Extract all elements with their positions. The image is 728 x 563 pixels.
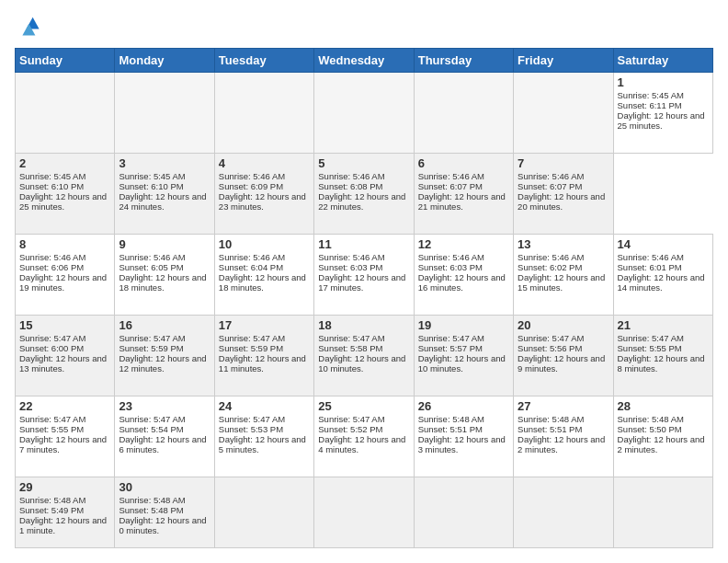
sunset-text: Sunset: 6:05 PM: [119, 262, 210, 272]
table-cell: 10Sunrise: 5:46 AMSunset: 6:04 PMDayligh…: [214, 235, 313, 316]
sunrise-text: Sunrise: 5:45 AM: [618, 90, 709, 100]
daylight-text: Daylight: 12 hours and 24 minutes.: [119, 191, 210, 212]
daylight-text: Daylight: 12 hours and 2 minutes.: [618, 434, 709, 454]
logo: [15, 15, 44, 40]
table-cell: 22Sunrise: 5:47 AMSunset: 5:55 PMDayligh…: [16, 396, 115, 477]
table-cell: [514, 73, 613, 154]
sunrise-text: Sunrise: 5:47 AM: [19, 414, 110, 424]
day-number: 17: [219, 318, 310, 332]
day-number: 29: [19, 480, 110, 494]
table-cell: 25Sunrise: 5:47 AMSunset: 5:52 PMDayligh…: [314, 396, 414, 477]
table-cell: 12Sunrise: 5:46 AMSunset: 6:03 PMDayligh…: [414, 235, 513, 316]
day-number: 15: [19, 318, 110, 332]
table-cell: [514, 477, 613, 548]
daylight-text: Daylight: 12 hours and 8 minutes.: [618, 353, 709, 373]
sunrise-text: Sunrise: 5:47 AM: [418, 333, 509, 343]
table-cell: 26Sunrise: 5:48 AMSunset: 5:51 PMDayligh…: [414, 396, 513, 477]
table-cell: 9Sunrise: 5:46 AMSunset: 6:05 PMDaylight…: [115, 235, 214, 316]
daylight-text: Daylight: 12 hours and 12 minutes.: [119, 353, 210, 373]
daylight-text: Daylight: 12 hours and 3 minutes.: [418, 434, 509, 454]
sunrise-text: Sunrise: 5:46 AM: [219, 252, 310, 262]
sunrise-text: Sunrise: 5:47 AM: [318, 333, 409, 343]
table-cell: 2Sunrise: 5:45 AMSunset: 6:10 PMDaylight…: [16, 154, 115, 235]
day-header: Friday: [514, 49, 613, 73]
daylight-text: Daylight: 12 hours and 19 minutes.: [19, 272, 110, 293]
daylight-text: Daylight: 12 hours and 17 minutes.: [318, 272, 409, 293]
table-cell: 5Sunrise: 5:46 AMSunset: 6:08 PMDaylight…: [314, 154, 414, 235]
table-cell: 19Sunrise: 5:47 AMSunset: 5:57 PMDayligh…: [414, 316, 513, 396]
sunset-text: Sunset: 6:00 PM: [19, 343, 110, 353]
sunset-text: Sunset: 5:52 PM: [318, 424, 409, 434]
day-header: Sunday: [16, 49, 115, 73]
day-number: 23: [119, 399, 210, 413]
day-number: 16: [119, 318, 210, 332]
sunrise-text: Sunrise: 5:46 AM: [219, 171, 310, 181]
sunset-text: Sunset: 6:02 PM: [518, 262, 609, 272]
day-number: 11: [318, 237, 409, 251]
day-number: 6: [418, 156, 509, 170]
sunrise-text: Sunrise: 5:47 AM: [119, 414, 210, 424]
sunset-text: Sunset: 5:59 PM: [119, 343, 210, 353]
sunrise-text: Sunrise: 5:46 AM: [518, 252, 609, 262]
table-cell: 21Sunrise: 5:47 AMSunset: 5:55 PMDayligh…: [613, 316, 712, 396]
day-number: 2: [19, 156, 110, 170]
sunset-text: Sunset: 5:51 PM: [518, 424, 609, 434]
sunset-text: Sunset: 5:57 PM: [418, 343, 509, 353]
table-cell: [414, 73, 513, 154]
daylight-text: Daylight: 12 hours and 14 minutes.: [618, 272, 709, 293]
sunset-text: Sunset: 5:55 PM: [618, 343, 709, 353]
sunset-text: Sunset: 6:03 PM: [318, 262, 409, 272]
daylight-text: Daylight: 12 hours and 20 minutes.: [518, 191, 609, 212]
day-header: Saturday: [613, 49, 712, 73]
sunrise-text: Sunrise: 5:47 AM: [219, 414, 310, 424]
day-number: 10: [219, 237, 310, 251]
daylight-text: Daylight: 12 hours and 1 minute.: [19, 515, 110, 535]
daylight-text: Daylight: 12 hours and 4 minutes.: [318, 434, 409, 454]
day-number: 21: [618, 318, 709, 332]
day-number: 7: [518, 156, 609, 170]
sunset-text: Sunset: 6:04 PM: [219, 262, 310, 272]
day-header: Monday: [115, 49, 214, 73]
table-cell: 30Sunrise: 5:48 AMSunset: 5:48 PMDayligh…: [115, 477, 214, 548]
logo-icon: [15, 15, 40, 40]
daylight-text: Daylight: 12 hours and 2 minutes.: [518, 434, 609, 454]
day-number: 18: [318, 318, 409, 332]
table-cell: 11Sunrise: 5:46 AMSunset: 6:03 PMDayligh…: [314, 235, 414, 316]
day-number: 1: [618, 75, 709, 89]
sunset-text: Sunset: 6:10 PM: [119, 181, 210, 191]
sunset-text: Sunset: 6:03 PM: [418, 262, 509, 272]
sunrise-text: Sunrise: 5:46 AM: [318, 252, 409, 262]
sunrise-text: Sunrise: 5:46 AM: [119, 252, 210, 262]
sunrise-text: Sunrise: 5:46 AM: [418, 171, 509, 181]
sunset-text: Sunset: 5:54 PM: [119, 424, 210, 434]
sunrise-text: Sunrise: 5:47 AM: [518, 333, 609, 343]
sunset-text: Sunset: 6:10 PM: [19, 181, 110, 191]
daylight-text: Daylight: 12 hours and 9 minutes.: [518, 353, 609, 373]
sunrise-text: Sunrise: 5:47 AM: [318, 414, 409, 424]
table-cell: [613, 477, 712, 548]
day-number: 8: [19, 237, 110, 251]
table-cell: 13Sunrise: 5:46 AMSunset: 6:02 PMDayligh…: [514, 235, 613, 316]
table-cell: 24Sunrise: 5:47 AMSunset: 5:53 PMDayligh…: [214, 396, 313, 477]
sunset-text: Sunset: 5:48 PM: [119, 505, 210, 515]
sunrise-text: Sunrise: 5:47 AM: [618, 333, 709, 343]
table-cell: 29Sunrise: 5:48 AMSunset: 5:49 PMDayligh…: [16, 477, 115, 548]
sunrise-text: Sunrise: 5:46 AM: [318, 171, 409, 181]
table-cell: 6Sunrise: 5:46 AMSunset: 6:07 PMDaylight…: [414, 154, 513, 235]
table-cell: 20Sunrise: 5:47 AMSunset: 5:56 PMDayligh…: [514, 316, 613, 396]
daylight-text: Daylight: 12 hours and 13 minutes.: [19, 353, 110, 373]
calendar-table: SundayMondayTuesdayWednesdayThursdayFrid…: [15, 48, 713, 548]
sunset-text: Sunset: 5:50 PM: [618, 424, 709, 434]
table-cell: 7Sunrise: 5:46 AMSunset: 6:07 PMDaylight…: [514, 154, 613, 235]
daylight-text: Daylight: 12 hours and 18 minutes.: [119, 272, 210, 293]
daylight-text: Daylight: 12 hours and 11 minutes.: [219, 353, 310, 373]
sunset-text: Sunset: 6:11 PM: [618, 100, 709, 110]
table-cell: 16Sunrise: 5:47 AMSunset: 5:59 PMDayligh…: [115, 316, 214, 396]
day-number: 27: [518, 399, 609, 413]
day-number: 4: [219, 156, 310, 170]
day-number: 9: [119, 237, 210, 251]
table-cell: 28Sunrise: 5:48 AMSunset: 5:50 PMDayligh…: [613, 396, 712, 477]
daylight-text: Daylight: 12 hours and 10 minutes.: [418, 353, 509, 373]
sunset-text: Sunset: 5:58 PM: [318, 343, 409, 353]
day-number: 24: [219, 399, 310, 413]
